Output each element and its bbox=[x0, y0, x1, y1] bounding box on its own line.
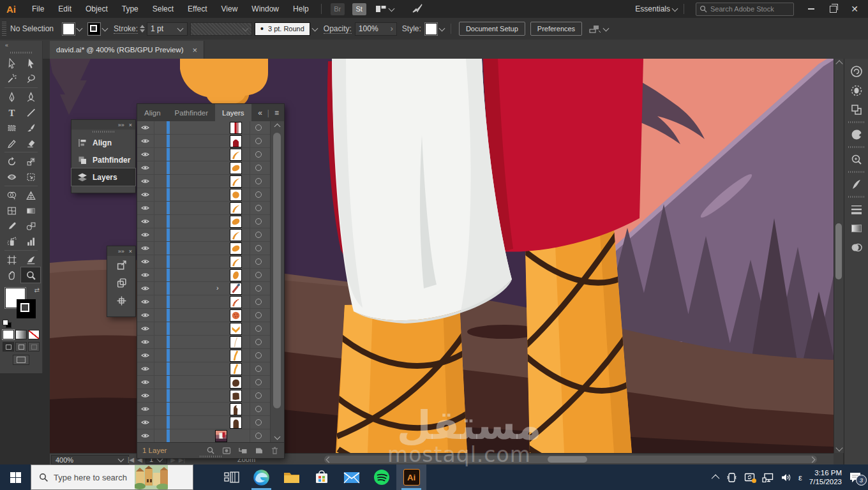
tool-eyedropper[interactable] bbox=[2, 218, 21, 234]
layers-scrollbar[interactable] bbox=[270, 121, 284, 442]
layers-panel-tab-layers[interactable]: Layers bbox=[215, 104, 251, 121]
gradient-button[interactable] bbox=[15, 330, 27, 339]
volume-icon[interactable] bbox=[781, 473, 791, 482]
store-icon[interactable] bbox=[306, 464, 336, 490]
tool-pen[interactable] bbox=[2, 89, 21, 105]
update-icon[interactable] bbox=[744, 473, 755, 482]
new-layer-icon[interactable] bbox=[255, 446, 264, 455]
tab-close-icon[interactable]: × bbox=[193, 45, 198, 55]
layer-row[interactable] bbox=[137, 322, 284, 336]
layer-thumbnail[interactable] bbox=[230, 296, 242, 308]
layer-row[interactable] bbox=[137, 416, 284, 429]
layers-panel-tab-align[interactable]: Align bbox=[137, 104, 168, 121]
visibility-eye-icon[interactable] bbox=[140, 137, 150, 145]
chevron-down-icon[interactable] bbox=[438, 25, 445, 31]
visibility-eye-icon[interactable] bbox=[140, 338, 150, 346]
tool-type[interactable]: T bbox=[2, 105, 21, 120]
tool-rotate[interactable] bbox=[2, 154, 21, 169]
vertical-scroll-thumb[interactable] bbox=[835, 223, 842, 279]
layer-target-circle[interactable] bbox=[255, 339, 262, 345]
layer-target-circle[interactable] bbox=[255, 191, 262, 198]
your-phone-icon[interactable] bbox=[726, 472, 737, 483]
layer-thumbnail[interactable] bbox=[230, 417, 242, 429]
visibility-eye-icon[interactable] bbox=[140, 217, 150, 226]
tool-lasso[interactable] bbox=[21, 71, 40, 86]
creative-cloud-icon[interactable] bbox=[847, 63, 866, 80]
chevron-down-icon[interactable] bbox=[77, 25, 83, 31]
draw-normal-button[interactable] bbox=[3, 342, 14, 352]
stroke-swatch[interactable] bbox=[88, 23, 100, 35]
visibility-eye-icon[interactable] bbox=[140, 418, 150, 427]
illustrator-logo[interactable]: Ai bbox=[6, 4, 16, 15]
export-icon[interactable] bbox=[107, 256, 135, 274]
horizontal-scroll-thumb[interactable] bbox=[548, 456, 587, 463]
tool-width[interactable] bbox=[2, 169, 21, 184]
file-explorer-icon[interactable] bbox=[276, 464, 306, 490]
grid-icon[interactable] bbox=[107, 292, 135, 309]
spotify-icon[interactable] bbox=[366, 464, 396, 490]
menu-item-window[interactable]: Window bbox=[244, 4, 286, 13]
vertical-scrollbar[interactable] bbox=[834, 59, 844, 453]
layer-thumbnail[interactable] bbox=[230, 336, 242, 348]
collapse-panel-icon[interactable]: « bbox=[258, 108, 262, 117]
menu-item-type[interactable]: Type bbox=[115, 4, 146, 13]
layer-row[interactable] bbox=[137, 269, 284, 282]
layer-thumbnail[interactable] bbox=[230, 269, 242, 281]
layer-target-circle[interactable] bbox=[255, 245, 262, 251]
stroke-stepper[interactable] bbox=[140, 25, 145, 33]
start-button[interactable] bbox=[0, 464, 31, 490]
tool-direct-selection[interactable] bbox=[21, 56, 40, 71]
layer-row[interactable] bbox=[137, 202, 284, 215]
visibility-eye-icon[interactable] bbox=[140, 177, 150, 186]
scroll-left-icon[interactable] bbox=[326, 456, 333, 463]
draw-inside-button[interactable] bbox=[28, 342, 40, 352]
scroll-down-icon[interactable] bbox=[274, 434, 281, 440]
layer-target-circle[interactable] bbox=[255, 205, 262, 211]
layer-target-circle[interactable] bbox=[255, 218, 262, 225]
minimize-button[interactable] bbox=[800, 0, 822, 18]
color-icon[interactable] bbox=[847, 126, 866, 144]
visibility-eye-icon[interactable] bbox=[140, 284, 150, 293]
tool-shape-builder[interactable] bbox=[2, 188, 21, 203]
collapse-panel-icon[interactable]: « bbox=[0, 41, 42, 50]
tool-scale[interactable] bbox=[21, 154, 40, 169]
expand-group-icon[interactable]: › bbox=[216, 284, 219, 292]
tool-curvature[interactable] bbox=[21, 89, 40, 105]
layer-row[interactable]: › bbox=[137, 282, 284, 295]
layer-row[interactable] bbox=[137, 309, 284, 322]
layer-thumbnail[interactable] bbox=[230, 363, 242, 375]
menu-item-file[interactable]: File bbox=[25, 4, 51, 13]
menu-item-effect[interactable]: Effect bbox=[181, 4, 214, 13]
artboards-icon[interactable] bbox=[847, 101, 866, 119]
layer-thumbnail[interactable] bbox=[230, 283, 242, 295]
mail-icon[interactable] bbox=[336, 464, 366, 490]
layer-target-circle[interactable] bbox=[255, 433, 262, 439]
layer-target-circle[interactable] bbox=[255, 299, 262, 305]
layer-thumbnail[interactable] bbox=[230, 403, 242, 415]
chevron-down-icon[interactable] bbox=[102, 25, 108, 31]
layer-row[interactable] bbox=[137, 148, 284, 161]
close-icon[interactable]: × bbox=[129, 248, 132, 255]
first-artboard-button[interactable]: |◀ bbox=[128, 456, 134, 463]
tool-hand[interactable] bbox=[2, 267, 21, 283]
tool-free-transform[interactable] bbox=[21, 169, 40, 184]
layer-thumbnail[interactable] bbox=[230, 175, 242, 188]
tool-line-segment[interactable] bbox=[21, 105, 40, 120]
visibility-eye-icon[interactable] bbox=[140, 405, 150, 413]
layer-thumbnail[interactable] bbox=[215, 430, 227, 442]
tray-expand-icon[interactable] bbox=[714, 475, 719, 480]
layer-thumbnail[interactable] bbox=[230, 162, 242, 174]
layer-target-circle[interactable] bbox=[255, 325, 262, 332]
layer-thumbnail[interactable] bbox=[230, 202, 242, 214]
visibility-eye-icon[interactable] bbox=[140, 163, 150, 172]
taskbar-search-input[interactable]: Type here to search bbox=[31, 464, 193, 490]
language-indicator[interactable]: ε bbox=[798, 473, 802, 482]
layer-thumbnail[interactable] bbox=[230, 242, 242, 255]
restore-button[interactable] bbox=[822, 0, 844, 18]
tool-eraser[interactable] bbox=[21, 135, 40, 151]
horizontal-scrollbar[interactable] bbox=[324, 456, 817, 463]
action-center-icon[interactable]: 3 bbox=[849, 471, 862, 483]
tool-magic-wand[interactable] bbox=[2, 71, 21, 86]
arrange-documents-button[interactable] bbox=[375, 4, 395, 13]
task-view-button[interactable] bbox=[216, 464, 246, 490]
